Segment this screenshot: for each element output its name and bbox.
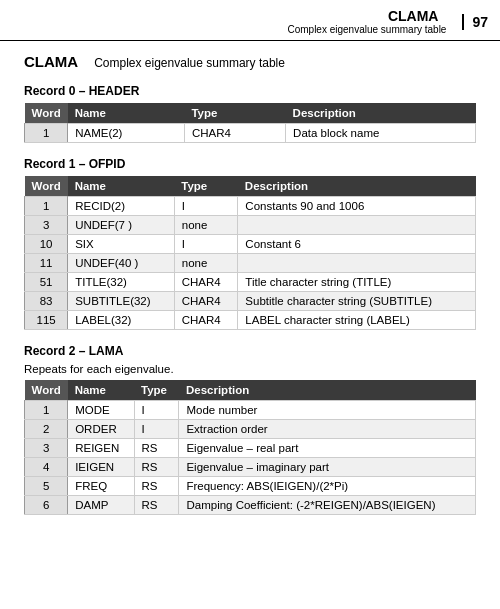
page-number: 97: [462, 14, 488, 30]
table-cell-1-3: Extraction order: [179, 420, 476, 439]
table-cell-0-1: NAME(2): [68, 124, 185, 143]
table-cell-2-0: 3: [25, 439, 68, 458]
table-cell-5-1: DAMP: [68, 496, 134, 515]
table-cell-5-2: RS: [134, 496, 179, 515]
table-cell-3-3: [238, 254, 476, 273]
table-cell-1-3: [238, 216, 476, 235]
table-cell-0-1: MODE: [68, 401, 134, 420]
table-cell-4-2: CHAR4: [174, 273, 238, 292]
col-header-1: Name: [68, 380, 134, 401]
table-row: 11UNDEF(40 )none: [25, 254, 476, 273]
col-header-3: Description: [238, 176, 476, 197]
page-header: CLAMA Complex eigenvalue summary table 9…: [0, 0, 500, 41]
col-header-2: Type: [184, 103, 285, 124]
record-table-1: WordNameTypeDescription1RECID(2)IConstan…: [24, 176, 476, 330]
col-header-1: Name: [68, 103, 185, 124]
table-row: 1MODEIMode number: [25, 401, 476, 420]
table-cell-6-0: 115: [25, 311, 68, 330]
col-header-3: Description: [179, 380, 476, 401]
table-cell-1-2: none: [174, 216, 238, 235]
doc-title-sub: Complex eigenvalue summary table: [94, 56, 285, 70]
table-cell-5-0: 6: [25, 496, 68, 515]
table-cell-6-2: CHAR4: [174, 311, 238, 330]
table-cell-4-2: RS: [134, 477, 179, 496]
table-cell-1-2: I: [134, 420, 179, 439]
table-cell-5-2: CHAR4: [174, 292, 238, 311]
table-row: 51TITLE(32)CHAR4Title character string (…: [25, 273, 476, 292]
col-header-0: Word: [25, 103, 68, 124]
record-note-2: Repeats for each eigenvalue.: [24, 363, 476, 375]
table-row: 5FREQRSFrequency: ABS(IEIGEN)/(2*Pi): [25, 477, 476, 496]
record-heading-1: Record 1 – OFPID: [24, 157, 476, 171]
table-cell-1-1: UNDEF(7 ): [68, 216, 175, 235]
table-row: 3UNDEF(7 )none: [25, 216, 476, 235]
table-cell-0-2: I: [174, 197, 238, 216]
table-cell-0-3: Data block name: [286, 124, 476, 143]
table-cell-3-0: 11: [25, 254, 68, 273]
table-cell-1-0: 2: [25, 420, 68, 439]
table-cell-2-1: SIX: [68, 235, 175, 254]
table-cell-4-0: 5: [25, 477, 68, 496]
header-subtitle: Complex eigenvalue summary table: [287, 24, 446, 36]
records-container: Record 0 – HEADERWordNameTypeDescription…: [24, 84, 476, 515]
record-section-1: Record 1 – OFPIDWordNameTypeDescription1…: [24, 157, 476, 330]
table-cell-3-1: IEIGEN: [68, 458, 134, 477]
table-cell-4-3: Frequency: ABS(IEIGEN)/(2*Pi): [179, 477, 476, 496]
table-cell-0-2: CHAR4: [184, 124, 285, 143]
table-row: 10SIXIConstant 6: [25, 235, 476, 254]
table-cell-3-2: none: [174, 254, 238, 273]
table-cell-4-3: Title character string (TITLE): [238, 273, 476, 292]
table-cell-3-2: RS: [134, 458, 179, 477]
table-row: 1NAME(2)CHAR4Data block name: [25, 124, 476, 143]
record-table-2: WordNameTypeDescription1MODEIMode number…: [24, 380, 476, 515]
table-cell-2-2: RS: [134, 439, 179, 458]
table-cell-5-0: 83: [25, 292, 68, 311]
col-header-3: Description: [286, 103, 476, 124]
table-row: 6DAMPRSDamping Coefficient: (-2*REIGEN)/…: [25, 496, 476, 515]
table-cell-3-0: 4: [25, 458, 68, 477]
table-cell-4-1: TITLE(32): [68, 273, 175, 292]
table-cell-5-3: Subtitle character string (SUBTITLE): [238, 292, 476, 311]
record-heading-0: Record 0 – HEADER: [24, 84, 476, 98]
table-cell-5-1: SUBTITLE(32): [68, 292, 175, 311]
col-header-0: Word: [25, 176, 68, 197]
table-cell-1-0: 3: [25, 216, 68, 235]
table-cell-1-1: ORDER: [68, 420, 134, 439]
table-cell-0-1: RECID(2): [68, 197, 175, 216]
table-cell-2-3: Eigenvalue – real part: [179, 439, 476, 458]
table-row: 1RECID(2)IConstants 90 and 1006: [25, 197, 476, 216]
doc-title-main: CLAMA: [24, 53, 78, 70]
table-cell-2-1: REIGEN: [68, 439, 134, 458]
table-cell-2-3: Constant 6: [238, 235, 476, 254]
record-section-2: Record 2 – LAMARepeats for each eigenval…: [24, 344, 476, 515]
col-header-2: Type: [174, 176, 238, 197]
table-cell-5-3: Damping Coefficient: (-2*REIGEN)/ABS(IEI…: [179, 496, 476, 515]
table-cell-0-2: I: [134, 401, 179, 420]
col-header-0: Word: [25, 380, 68, 401]
table-cell-0-0: 1: [25, 124, 68, 143]
table-cell-0-0: 1: [25, 197, 68, 216]
doc-title: CLAMA Complex eigenvalue summary table: [24, 53, 476, 70]
table-cell-0-3: Mode number: [179, 401, 476, 420]
record-heading-2: Record 2 – LAMA: [24, 344, 476, 358]
table-row: 83SUBTITLE(32)CHAR4Subtitle character st…: [25, 292, 476, 311]
table-row: 4IEIGENRSEigenvalue – imaginary part: [25, 458, 476, 477]
table-cell-2-2: I: [174, 235, 238, 254]
main-content: CLAMA Complex eigenvalue summary table R…: [0, 47, 500, 539]
table-row: 115LABEL(32)CHAR4LABEL character string …: [25, 311, 476, 330]
table-cell-6-1: LABEL(32): [68, 311, 175, 330]
table-cell-4-1: FREQ: [68, 477, 134, 496]
record-section-0: Record 0 – HEADERWordNameTypeDescription…: [24, 84, 476, 143]
table-row: 3REIGENRSEigenvalue – real part: [25, 439, 476, 458]
record-table-0: WordNameTypeDescription1NAME(2)CHAR4Data…: [24, 103, 476, 143]
table-row: 2ORDERIExtraction order: [25, 420, 476, 439]
col-header-2: Type: [134, 380, 179, 401]
table-cell-0-3: Constants 90 and 1006: [238, 197, 476, 216]
table-cell-6-3: LABEL character string (LABEL): [238, 311, 476, 330]
table-cell-2-0: 10: [25, 235, 68, 254]
header-title: CLAMA: [388, 8, 439, 24]
table-cell-3-3: Eigenvalue – imaginary part: [179, 458, 476, 477]
table-cell-4-0: 51: [25, 273, 68, 292]
table-cell-3-1: UNDEF(40 ): [68, 254, 175, 273]
col-header-1: Name: [68, 176, 175, 197]
